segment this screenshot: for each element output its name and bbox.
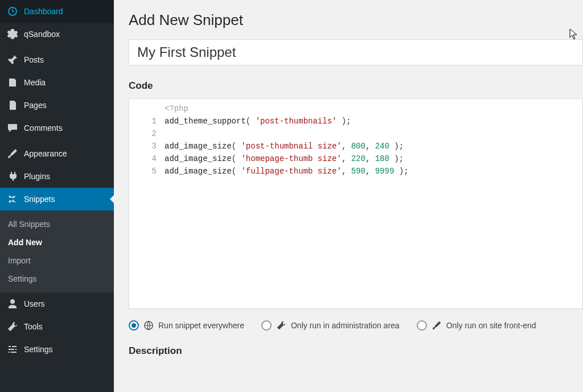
sidebar-item-plugins[interactable]: Plugins <box>0 165 114 188</box>
wrench-icon <box>7 321 18 332</box>
option-label: Only run in administration area <box>291 321 400 330</box>
snippets-submenu: All Snippets Add New Import Settings <box>0 211 114 292</box>
sidebar-item-label: Plugins <box>24 172 50 181</box>
pages-icon <box>7 100 18 111</box>
radio-checked-icon <box>129 320 139 331</box>
scissors-icon <box>7 193 18 205</box>
plug-icon <box>7 171 18 182</box>
dashboard-icon <box>7 6 18 17</box>
sidebar-item-label: Posts <box>24 55 44 64</box>
submenu-settings[interactable]: Settings <box>0 270 114 288</box>
sidebar-item-posts[interactable]: Posts <box>0 48 114 71</box>
sidebar-item-label: Pages <box>24 101 47 110</box>
sidebar-item-label: Media <box>24 78 46 87</box>
option-label: Only run on site front-end <box>446 321 536 330</box>
brush-icon <box>7 148 18 159</box>
brush-icon <box>432 320 442 331</box>
sidebar-item-label: Dashboard <box>24 7 63 16</box>
sidebar-item-label: Tools <box>24 322 43 331</box>
radio-unchecked-icon <box>261 320 272 331</box>
radio-unchecked-icon <box>417 320 427 331</box>
sidebar-item-qsandbox[interactable]: qSandbox <box>0 23 114 46</box>
sidebar-item-label: Appearance <box>24 149 67 158</box>
sidebar-item-appearance[interactable]: Appearance <box>0 142 114 165</box>
comment-icon <box>7 122 18 134</box>
page-title: Add New Snippet <box>129 11 583 29</box>
sidebar-item-users[interactable]: Users <box>0 292 114 315</box>
sidebar-item-snippets[interactable]: Snippets <box>0 188 114 211</box>
submenu-add-new[interactable]: Add New <box>0 233 114 251</box>
run-everywhere-option[interactable]: Run snippet everywhere <box>129 320 244 331</box>
code-body[interactable]: <?php add_theme_support( 'post-thumbnail… <box>161 99 582 308</box>
sidebar-item-pages[interactable]: Pages <box>0 94 114 117</box>
wrench-icon <box>276 320 286 331</box>
sidebar-item-label: Snippets <box>24 195 55 204</box>
sidebar-item-settings[interactable]: Settings <box>0 338 114 361</box>
sidebar-item-dashboard[interactable]: Dashboard <box>0 0 114 23</box>
sidebar-item-tools[interactable]: Tools <box>0 315 114 338</box>
user-icon <box>7 298 18 310</box>
media-icon <box>7 77 18 88</box>
admin-sidebar: Dashboard qSandbox Posts Media Pages Com… <box>0 0 114 392</box>
pin-icon <box>7 54 18 65</box>
line-gutter: 12345 <box>129 99 161 308</box>
sidebar-item-label: qSandbox <box>24 30 60 39</box>
submenu-all-snippets[interactable]: All Snippets <box>0 215 114 233</box>
option-label: Run snippet everywhere <box>158 321 244 330</box>
sidebar-item-label: Users <box>24 299 45 308</box>
globe-icon <box>143 320 154 331</box>
sidebar-item-comments[interactable]: Comments <box>0 117 114 139</box>
run-frontend-option[interactable]: Only run on site front-end <box>417 320 536 331</box>
description-heading: Description <box>129 345 583 357</box>
sidebar-item-label: Settings <box>24 345 53 354</box>
snippet-title-input[interactable] <box>129 39 583 65</box>
sliders-icon <box>7 344 18 355</box>
gear-icon <box>7 28 18 40</box>
code-editor[interactable]: 12345 <?php add_theme_support( 'post-thu… <box>129 98 583 309</box>
run-scope-options: Run snippet everywhere Only run in admin… <box>129 309 583 345</box>
run-admin-option[interactable]: Only run in administration area <box>261 320 400 331</box>
submenu-import[interactable]: Import <box>0 251 114 270</box>
sidebar-item-media[interactable]: Media <box>0 71 114 94</box>
main-content: Add New Snippet Code 12345 <?php add_the… <box>114 0 583 392</box>
sidebar-item-label: Comments <box>24 123 63 133</box>
code-heading: Code <box>129 80 583 92</box>
